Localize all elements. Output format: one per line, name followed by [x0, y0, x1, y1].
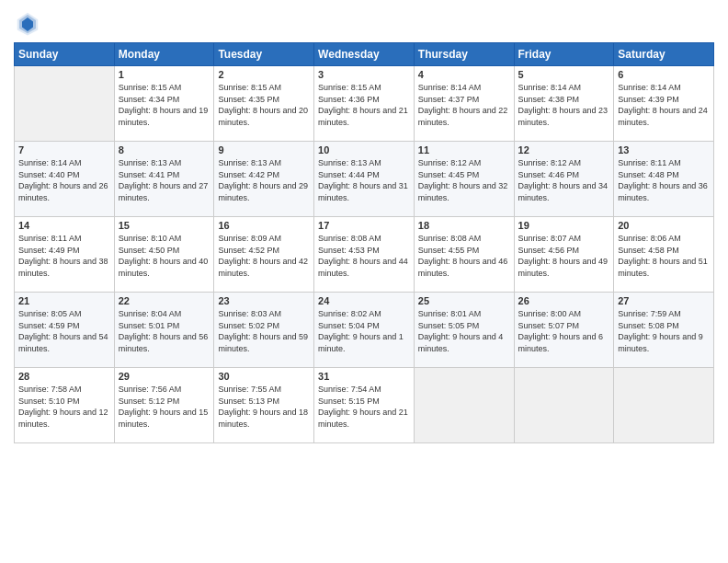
day-info: Sunrise: 8:12 AMSunset: 4:46 PMDaylight:…	[518, 157, 610, 203]
daylight-text: Daylight: 8 hours and 34 minutes.	[518, 180, 610, 203]
calendar-cell: 19Sunrise: 8:07 AMSunset: 4:56 PMDayligh…	[514, 217, 614, 293]
day-number: 9	[218, 144, 310, 155]
sunrise-text: Sunrise: 7:59 AM	[618, 308, 710, 320]
day-info: Sunrise: 8:08 AMSunset: 4:55 PMDaylight:…	[418, 233, 510, 279]
daylight-text: Daylight: 9 hours and 1 minute.	[318, 331, 410, 354]
day-info: Sunrise: 7:55 AMSunset: 5:13 PMDaylight:…	[218, 384, 310, 430]
calendar-cell	[414, 368, 514, 443]
sunrise-text: Sunrise: 8:15 AM	[119, 82, 210, 94]
logo	[14, 9, 45, 37]
day-number: 20	[618, 220, 710, 231]
day-number: 18	[418, 220, 510, 231]
day-number: 16	[218, 220, 310, 231]
day-number: 29	[119, 371, 210, 382]
weekday-header-wednesday: Wednesday	[314, 43, 415, 66]
calendar-cell: 28Sunrise: 7:58 AMSunset: 5:10 PMDayligh…	[15, 368, 115, 443]
daylight-text: Daylight: 8 hours and 21 minutes.	[318, 105, 410, 128]
day-number: 4	[418, 69, 510, 80]
daylight-text: Daylight: 8 hours and 23 minutes.	[518, 105, 610, 128]
daylight-text: Daylight: 9 hours and 15 minutes.	[119, 407, 210, 430]
day-info: Sunrise: 8:15 AMSunset: 4:36 PMDaylight:…	[318, 82, 410, 128]
sunrise-text: Sunrise: 8:14 AM	[518, 82, 610, 94]
sunrise-text: Sunrise: 8:09 AM	[218, 233, 310, 245]
sunset-text: Sunset: 5:07 PM	[518, 320, 610, 332]
sunset-text: Sunset: 4:59 PM	[18, 320, 110, 332]
day-info: Sunrise: 8:01 AMSunset: 5:05 PMDaylight:…	[418, 308, 510, 354]
logo-icon	[14, 9, 41, 37]
calendar-cell: 22Sunrise: 8:04 AMSunset: 5:01 PMDayligh…	[114, 293, 214, 368]
weekday-header-saturday: Saturday	[614, 43, 714, 66]
sunset-text: Sunset: 4:55 PM	[418, 245, 510, 257]
day-info: Sunrise: 8:15 AMSunset: 4:34 PMDaylight:…	[119, 82, 210, 128]
sunset-text: Sunset: 4:40 PM	[18, 169, 110, 181]
sunset-text: Sunset: 4:36 PM	[318, 94, 410, 106]
calendar-cell: 26Sunrise: 8:00 AMSunset: 5:07 PMDayligh…	[514, 293, 614, 368]
calendar-cell: 13Sunrise: 8:11 AMSunset: 4:48 PMDayligh…	[614, 142, 714, 217]
sunrise-text: Sunrise: 7:55 AM	[218, 384, 310, 396]
sunrise-text: Sunrise: 8:04 AM	[119, 308, 210, 320]
daylight-text: Daylight: 8 hours and 22 minutes.	[418, 105, 510, 128]
daylight-text: Daylight: 8 hours and 44 minutes.	[318, 256, 410, 279]
day-number: 10	[318, 144, 410, 155]
weekday-header-thursday: Thursday	[414, 43, 514, 66]
day-info: Sunrise: 8:13 AMSunset: 4:44 PMDaylight:…	[318, 157, 410, 203]
daylight-text: Daylight: 9 hours and 18 minutes.	[218, 407, 310, 430]
sunset-text: Sunset: 4:50 PM	[119, 245, 210, 257]
day-info: Sunrise: 8:05 AMSunset: 4:59 PMDaylight:…	[18, 308, 110, 354]
day-info: Sunrise: 8:14 AMSunset: 4:38 PMDaylight:…	[518, 82, 610, 128]
sunset-text: Sunset: 4:41 PM	[119, 169, 210, 181]
week-row-3: 14Sunrise: 8:11 AMSunset: 4:49 PMDayligh…	[15, 217, 714, 293]
page-container: SundayMondayTuesdayWednesdayThursdayFrid…	[0, 0, 728, 448]
calendar-cell: 8Sunrise: 8:13 AMSunset: 4:41 PMDaylight…	[114, 142, 214, 217]
week-row-4: 21Sunrise: 8:05 AMSunset: 4:59 PMDayligh…	[15, 293, 714, 368]
daylight-text: Daylight: 8 hours and 26 minutes.	[18, 180, 110, 203]
day-info: Sunrise: 8:08 AMSunset: 4:53 PMDaylight:…	[318, 233, 410, 279]
weekday-header-row: SundayMondayTuesdayWednesdayThursdayFrid…	[15, 43, 714, 66]
day-info: Sunrise: 8:00 AMSunset: 5:07 PMDaylight:…	[518, 308, 610, 354]
daylight-text: Daylight: 8 hours and 32 minutes.	[418, 180, 510, 203]
day-info: Sunrise: 8:07 AMSunset: 4:56 PMDaylight:…	[518, 233, 610, 279]
day-info: Sunrise: 8:04 AMSunset: 5:01 PMDaylight:…	[119, 308, 210, 354]
daylight-text: Daylight: 8 hours and 38 minutes.	[18, 256, 110, 279]
calendar-cell: 16Sunrise: 8:09 AMSunset: 4:52 PMDayligh…	[214, 217, 314, 293]
day-number: 30	[218, 371, 310, 382]
day-info: Sunrise: 7:58 AMSunset: 5:10 PMDaylight:…	[18, 384, 110, 430]
calendar-cell: 30Sunrise: 7:55 AMSunset: 5:13 PMDayligh…	[214, 368, 314, 443]
daylight-text: Daylight: 8 hours and 54 minutes.	[18, 331, 110, 354]
sunset-text: Sunset: 4:46 PM	[518, 169, 610, 181]
sunset-text: Sunset: 4:52 PM	[218, 245, 310, 257]
day-number: 6	[618, 69, 710, 80]
calendar-cell: 18Sunrise: 8:08 AMSunset: 4:55 PMDayligh…	[414, 217, 514, 293]
calendar-cell: 10Sunrise: 8:13 AMSunset: 4:44 PMDayligh…	[314, 142, 415, 217]
calendar-cell: 3Sunrise: 8:15 AMSunset: 4:36 PMDaylight…	[314, 66, 415, 142]
sunset-text: Sunset: 5:15 PM	[318, 396, 410, 408]
day-number: 25	[418, 295, 510, 306]
sunset-text: Sunset: 4:39 PM	[618, 94, 710, 106]
sunrise-text: Sunrise: 8:15 AM	[318, 82, 410, 94]
sunrise-text: Sunrise: 8:00 AM	[518, 308, 610, 320]
daylight-text: Daylight: 8 hours and 59 minutes.	[218, 331, 310, 354]
sunrise-text: Sunrise: 8:08 AM	[318, 233, 410, 245]
day-info: Sunrise: 8:11 AMSunset: 4:49 PMDaylight:…	[18, 233, 110, 279]
sunset-text: Sunset: 4:49 PM	[18, 245, 110, 257]
sunrise-text: Sunrise: 8:08 AM	[418, 233, 510, 245]
sunset-text: Sunset: 4:53 PM	[318, 245, 410, 257]
weekday-header-tuesday: Tuesday	[214, 43, 314, 66]
daylight-text: Daylight: 8 hours and 19 minutes.	[119, 105, 210, 128]
day-number: 7	[18, 144, 110, 155]
calendar-cell: 12Sunrise: 8:12 AMSunset: 4:46 PMDayligh…	[514, 142, 614, 217]
sunset-text: Sunset: 4:42 PM	[218, 169, 310, 181]
sunrise-text: Sunrise: 8:13 AM	[318, 157, 410, 169]
sunrise-text: Sunrise: 8:05 AM	[18, 308, 110, 320]
calendar-cell: 24Sunrise: 8:02 AMSunset: 5:04 PMDayligh…	[314, 293, 415, 368]
calendar-cell: 11Sunrise: 8:12 AMSunset: 4:45 PMDayligh…	[414, 142, 514, 217]
calendar-table: SundayMondayTuesdayWednesdayThursdayFrid…	[14, 42, 714, 443]
day-number: 23	[218, 295, 310, 306]
sunset-text: Sunset: 4:38 PM	[518, 94, 610, 106]
day-number: 2	[218, 69, 310, 80]
day-number: 8	[119, 144, 210, 155]
sunrise-text: Sunrise: 8:06 AM	[618, 233, 710, 245]
weekday-header-sunday: Sunday	[15, 43, 115, 66]
day-number: 31	[318, 371, 410, 382]
daylight-text: Daylight: 8 hours and 27 minutes.	[119, 180, 210, 203]
